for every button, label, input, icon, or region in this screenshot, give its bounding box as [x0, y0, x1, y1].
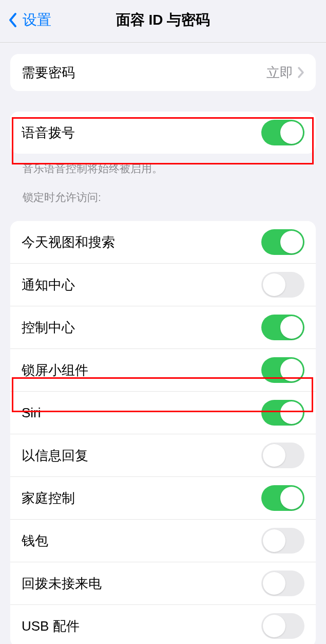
voice-dial-group: 语音拨号	[10, 112, 316, 154]
lock-item-label: 回拨未接来电	[22, 575, 261, 593]
back-label: 设置	[23, 10, 51, 30]
lock-item-row: Siri	[10, 392, 316, 434]
page-title: 面容 ID 与密码	[116, 10, 210, 30]
lock-item-row: 以信息回复	[10, 434, 316, 477]
nav-header: 设置 面容 ID 与密码	[0, 0, 326, 43]
lock-item-row: 回拨未接来电	[10, 562, 316, 605]
lock-item-toggle[interactable]	[261, 528, 304, 554]
require-passcode-row[interactable]: 需要密码 立即	[10, 54, 316, 91]
lock-item-toggle[interactable]	[261, 357, 304, 383]
lock-item-row: 锁屏小组件	[10, 349, 316, 392]
lock-item-label: 以信息回复	[22, 447, 261, 465]
lock-item-toggle[interactable]	[261, 613, 304, 639]
voice-dial-row: 语音拨号	[10, 112, 316, 154]
lock-item-toggle[interactable]	[261, 485, 304, 511]
passcode-group: 需要密码 立即	[10, 54, 316, 91]
voice-dial-toggle[interactable]	[261, 120, 304, 145]
lock-item-label: 锁屏小组件	[22, 361, 261, 379]
lock-item-label: 家庭控制	[22, 489, 261, 507]
require-passcode-label: 需要密码	[22, 64, 266, 82]
lock-item-label: 钱包	[22, 532, 261, 550]
lock-item-toggle[interactable]	[261, 400, 304, 426]
chevron-left-icon	[8, 13, 17, 27]
lock-item-label: USB 配件	[22, 617, 261, 635]
lock-item-label: 通知中心	[22, 276, 261, 294]
voice-dial-footer: 音乐语音控制将始终被启用。	[10, 154, 316, 176]
back-button[interactable]: 设置	[8, 10, 51, 30]
lock-item-label: 控制中心	[22, 319, 261, 337]
lock-access-group: 今天视图和搜索通知中心控制中心锁屏小组件Siri以信息回复家庭控制钱包回拨未接来…	[10, 221, 316, 644]
chevron-right-icon	[297, 66, 304, 79]
lock-item-toggle[interactable]	[261, 571, 304, 596]
lock-item-toggle[interactable]	[261, 315, 304, 340]
lock-item-row: 今天视图和搜索	[10, 221, 316, 264]
require-passcode-value: 立即	[266, 64, 293, 82]
lock-item-toggle[interactable]	[261, 272, 304, 298]
lock-item-row: 钱包	[10, 520, 316, 562]
lock-item-row: 通知中心	[10, 264, 316, 306]
lock-item-row: 控制中心	[10, 306, 316, 349]
lock-item-label: 今天视图和搜索	[22, 233, 261, 251]
lock-item-toggle[interactable]	[261, 229, 304, 255]
lock-item-toggle[interactable]	[261, 443, 304, 468]
lock-item-row: 家庭控制	[10, 477, 316, 520]
voice-dial-label: 语音拨号	[22, 124, 261, 142]
lock-section-header: 锁定时允许访问:	[10, 176, 316, 210]
lock-item-label: Siri	[22, 405, 261, 421]
lock-item-row: USB 配件	[10, 605, 316, 644]
